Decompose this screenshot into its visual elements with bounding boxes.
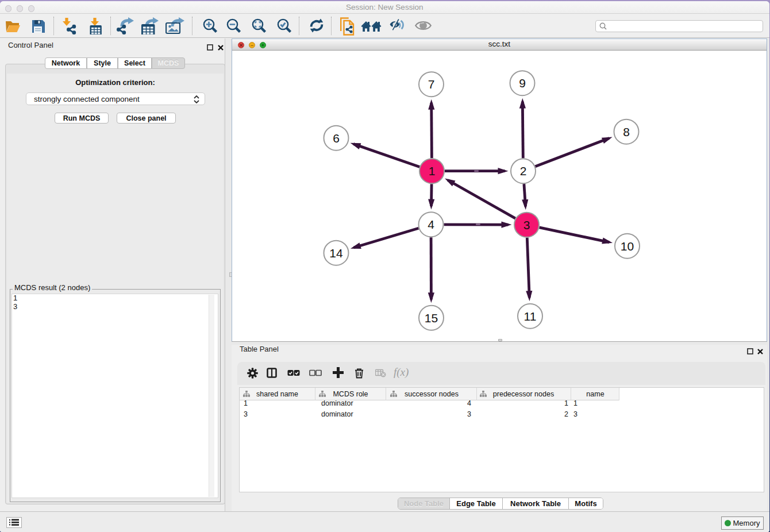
svg-text:3: 3 <box>523 218 530 232</box>
svg-text:11: 11 <box>524 310 537 323</box>
svg-text:6: 6 <box>333 132 340 145</box>
svg-text:15: 15 <box>425 311 438 325</box>
svg-text:7: 7 <box>428 78 435 91</box>
svg-text:4: 4 <box>428 218 434 231</box>
svg-text:8: 8 <box>623 125 630 138</box>
svg-text:2: 2 <box>520 164 527 178</box>
svg-text:14: 14 <box>329 246 343 260</box>
svg-text:10: 10 <box>621 240 634 253</box>
svg-text:1: 1 <box>429 164 436 178</box>
svg-text:f(x): f(x) <box>394 367 409 379</box>
svg-text:9: 9 <box>519 76 526 90</box>
